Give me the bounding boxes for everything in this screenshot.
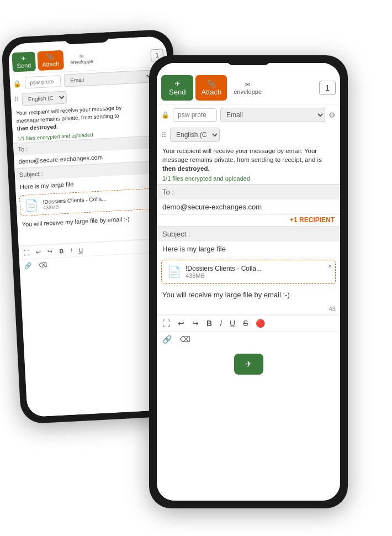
link-btn-front[interactable]: 🔗 (160, 334, 174, 345)
italic-btn-back[interactable]: I (68, 246, 75, 255)
enveloppe-icon-back: ✉ (79, 53, 84, 59)
info-text-front: Your recipient will receive your message… (157, 144, 340, 174)
bottom-send-button[interactable]: ✈ (234, 354, 263, 375)
bottom-send-icon: ✈ (245, 359, 252, 369)
send-label-back: Send (17, 62, 31, 69)
send-icon-front: ✈ (174, 80, 181, 88)
italic-btn-front[interactable]: I (218, 318, 224, 329)
toolbar-front: ✈ Send 📎 Attach ✉ enveloppe 1 (157, 71, 340, 104)
subject-label-front: Subject : (157, 226, 340, 241)
send-button-back[interactable]: ✈ Send (12, 51, 35, 72)
attachment-name-front: !Dossiers Clients - Colla... (186, 265, 330, 272)
expand-btn-back[interactable]: ⛶ (21, 248, 32, 258)
lang-select-back[interactable]: English (C (22, 91, 67, 106)
redo-btn-front[interactable]: ↪ (190, 318, 201, 329)
message-text-back: You will receive my large file by email … (22, 216, 130, 228)
color-btn-front[interactable]: 🔴 (253, 318, 267, 329)
underline-btn-front[interactable]: U (227, 318, 237, 329)
undo-btn-back[interactable]: ↩ (34, 247, 44, 257)
send-label-front: Send (169, 88, 186, 96)
email-input-front[interactable] (162, 203, 335, 211)
lang-icon-front: ⠿ (161, 131, 167, 139)
type-select-front[interactable]: Email (220, 108, 325, 122)
bold-btn-front[interactable]: B (204, 318, 214, 329)
attachment-info-back: !Dossiers Clients - Colla... 438MB (43, 192, 166, 211)
lock-icon-front: 🔒 (161, 111, 169, 119)
attach-button-back[interactable]: 📎 Attach (37, 50, 64, 71)
send-button-front[interactable]: ✈ Send (161, 75, 193, 101)
link-btn-back[interactable]: 🔗 (22, 261, 34, 271)
undo-btn-front[interactable]: ↩ (176, 318, 187, 329)
attach-icon-front: 📎 (207, 80, 216, 88)
to-label-front: To : (157, 184, 340, 199)
bold-btn-back[interactable]: B (57, 246, 66, 255)
type-select-back[interactable]: Email (64, 70, 155, 87)
eraser-btn-back[interactable]: ⌫ (36, 260, 50, 270)
attach-icon-back: 📎 (46, 54, 55, 61)
underline-btn-back[interactable]: U (76, 245, 86, 255)
attachment-close-front[interactable]: × (328, 262, 332, 270)
file-icon-back: 📄 (24, 198, 39, 212)
lang-icon-back: ⠿ (14, 96, 19, 103)
file-icon-front: 📄 (167, 265, 181, 278)
attachment-box-front: 📄 !Dossiers Clients - Colla... 438MB × (161, 260, 336, 284)
attachment-info-front: !Dossiers Clients - Colla... 438MB (186, 265, 330, 279)
gear-icon-front: ⚙ (329, 111, 336, 119)
notch-front (226, 63, 271, 65)
phone-front: ✈ Send 📎 Attach ✉ enveloppe 1 🔒 Email (149, 55, 348, 508)
enveloppe-label-front: enveloppe (234, 88, 262, 95)
recipient-link-front[interactable]: +1 RECIPIENT (157, 215, 340, 226)
email-row-front (157, 199, 340, 215)
attach-button-front[interactable]: 📎 Attach (195, 75, 227, 101)
redo-btn-back[interactable]: ↪ (45, 246, 55, 256)
editor-toolbar-front: ⛶ ↩ ↪ B I U S 🔴 (157, 315, 340, 332)
message-counter-front: 43 (329, 306, 336, 312)
password-input-front[interactable] (173, 108, 217, 122)
eraser-btn-front[interactable]: ⌫ (177, 334, 193, 345)
app-front: ✈ Send 📎 Attach ✉ enveloppe 1 🔒 Email (157, 63, 340, 501)
upload-status-front: 1/1 files encrypted and uploaded (157, 174, 340, 184)
password-input-back[interactable] (25, 75, 61, 88)
enveloppe-label-back: enveloppe (70, 58, 93, 65)
attach-label-front: Attach (201, 88, 221, 96)
enveloppe-back: ✉ enveloppe (65, 52, 98, 65)
lang-row-front: ⠿ English (C (157, 125, 340, 144)
attach-label-back: Attach (42, 60, 60, 68)
counter-front: 1 (319, 81, 336, 95)
send-icon-back: ✈ (21, 55, 27, 62)
message-body-front[interactable]: You will receive my large file by email … (157, 287, 340, 315)
editor-toolbar-row2-front: 🔗 ⌫ (157, 332, 340, 347)
message-text-front: You will receive my large file by email … (162, 291, 290, 299)
strikethrough-btn-front[interactable]: S (241, 318, 250, 329)
enveloppe-front: ✉ enveloppe (229, 81, 266, 95)
enveloppe-icon-front: ✉ (245, 81, 250, 88)
lock-icon-back: 🔒 (13, 79, 22, 87)
options-row-front: 🔒 Email ⚙ (157, 104, 340, 125)
attachment-size-front: 438MB (186, 272, 330, 279)
lang-select-front[interactable]: English (C (170, 128, 220, 142)
expand-btn-front[interactable]: ⛶ (160, 318, 172, 329)
subject-input-front[interactable] (157, 241, 340, 256)
